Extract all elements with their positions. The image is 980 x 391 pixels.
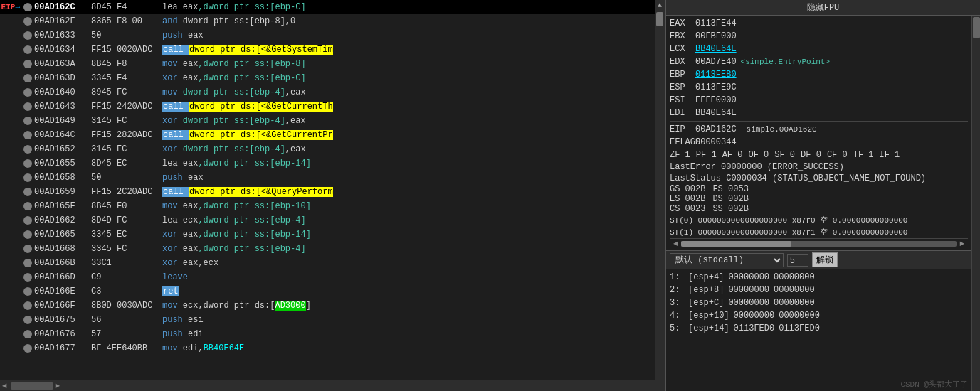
table-row[interactable]: 00AD16653345 ECxor eax,dword ptr ss:[ebp… bbox=[0, 227, 655, 242]
register-row: ECXBB40E64E bbox=[670, 43, 968, 55]
unlock-btn[interactable]: 解锁 bbox=[812, 252, 838, 267]
scroll-thumb-reg[interactable] bbox=[681, 241, 791, 247]
horizontal-scrollbar[interactable]: ◄ ► bbox=[0, 380, 665, 391]
eip-value[interactable]: 00AD162C bbox=[695, 124, 737, 134]
breakpoint-dot[interactable] bbox=[23, 301, 32, 310]
instr-part: eax bbox=[183, 201, 199, 211]
register-name: EDI bbox=[670, 108, 691, 118]
register-name: EBX bbox=[670, 31, 691, 41]
table-row[interactable]: 00AD165F8B45 F0mov eax,dword ptr ss:[ebp… bbox=[0, 199, 655, 213]
table-row[interactable]: 00AD164CFF15 2820ADCcall dword ptr ds:[<… bbox=[0, 128, 655, 142]
breakpoint-dot[interactable] bbox=[23, 88, 32, 97]
register-value[interactable]: 0113FE44 bbox=[695, 18, 737, 28]
breakpoint-dot[interactable] bbox=[23, 316, 32, 324]
disasm-scrollbar[interactable]: ▲ bbox=[655, 0, 665, 380]
breakpoint-dot[interactable] bbox=[23, 230, 32, 239]
table-row[interactable]: 00AD16523145 FCxor dword ptr ss:[ebp-4],… bbox=[0, 142, 655, 156]
instr-part: ,0 bbox=[285, 16, 295, 26]
table-row[interactable]: 00AD1659FF15 2C20ADCcall dword ptr ds:[<… bbox=[0, 185, 655, 199]
breakpoint-dot[interactable] bbox=[23, 159, 32, 168]
table-row[interactable]: 00AD1677BF 4EE640BBmov edi,BB40E64E bbox=[0, 341, 655, 355]
breakpoint-dot[interactable] bbox=[23, 173, 32, 182]
stack-bracket: [esp+10] bbox=[688, 311, 729, 321]
table-row[interactable]: 00AD16408945 FCmov dword ptr ss:[ebp-4],… bbox=[0, 85, 655, 100]
bytes-cell: 3145 FC bbox=[91, 116, 162, 126]
table-row[interactable]: 00AD165850push eax bbox=[0, 171, 655, 185]
stack-bracket: [esp+14] bbox=[688, 323, 729, 333]
eflags-value[interactable]: 00000344 bbox=[695, 137, 737, 147]
breakpoint-dot[interactable] bbox=[23, 102, 32, 111]
breakpoint-dot[interactable] bbox=[23, 245, 32, 253]
table-row[interactable]: 00AD166F8B0D 0030ADCmov ecx,dword ptr ds… bbox=[0, 299, 655, 313]
scrollbar-thumb-h[interactable] bbox=[11, 382, 53, 390]
scroll-left-btn[interactable]: ◄ bbox=[0, 382, 7, 390]
right-scrollbar[interactable] bbox=[971, 16, 980, 391]
scroll-thumb[interactable] bbox=[656, 12, 663, 26]
flag-item: IF 1 bbox=[880, 150, 900, 160]
breakpoint-dot[interactable] bbox=[23, 330, 32, 338]
breakpoint-dot[interactable] bbox=[23, 3, 32, 11]
instr-part: ,dword ptr ss:[ebp-C] bbox=[198, 73, 305, 83]
table-row[interactable]: 00AD167556push esi bbox=[0, 313, 655, 327]
breakpoint-dot[interactable] bbox=[23, 188, 32, 196]
table-row[interactable]: 00AD167657push edi bbox=[0, 327, 655, 341]
register-name: EAX bbox=[670, 18, 691, 28]
breakpoint-dot[interactable] bbox=[23, 45, 32, 54]
breakpoint-dot[interactable] bbox=[23, 216, 32, 225]
table-row[interactable]: 00AD163350push eax bbox=[0, 28, 655, 43]
instr-part: mov bbox=[162, 87, 183, 97]
register-value[interactable]: BB40E64E bbox=[695, 108, 737, 118]
instr-part: ,eax bbox=[285, 87, 306, 97]
table-row[interactable]: 00AD1643FF15 2420ADCcall dword ptr ds:[<… bbox=[0, 100, 655, 114]
scroll-right-btn[interactable]: ► bbox=[53, 382, 60, 390]
register-value[interactable]: BB40E64E bbox=[695, 44, 737, 54]
scroll-track-reg[interactable] bbox=[681, 241, 957, 247]
breakpoint-dot[interactable] bbox=[23, 17, 32, 26]
table-row[interactable]: 00AD166DC9leave bbox=[0, 270, 655, 284]
table-row[interactable]: 00AD1634FF15 0020ADCcall dword ptr ds:[<… bbox=[0, 43, 655, 57]
disasm-panel: EIP →00AD162C8D45 F4lea eax,dword ptr ss… bbox=[0, 0, 665, 391]
breakpoint-dot[interactable] bbox=[23, 202, 32, 210]
breakpoint-dot[interactable] bbox=[23, 273, 32, 282]
table-row[interactable]: EIP →00AD162C8D45 F4lea eax,dword ptr ss… bbox=[0, 0, 655, 14]
stack-index: 3: bbox=[670, 298, 684, 308]
call-stack-mode-select[interactable]: 默认 (stdcall) bbox=[670, 253, 784, 267]
scroll-up-arrow[interactable]: ▲ bbox=[656, 0, 663, 11]
breakpoint-dot[interactable] bbox=[23, 131, 32, 139]
table-row[interactable]: 00AD166B33C1xor eax,ecx bbox=[0, 256, 655, 270]
breakpoint-dot[interactable] bbox=[23, 344, 32, 353]
instr-part: ecx bbox=[183, 301, 199, 311]
breakpoint-dot[interactable] bbox=[23, 117, 32, 125]
table-row[interactable]: 00AD16683345 FCxor eax,dword ptr ss:[ebp… bbox=[0, 242, 655, 256]
scroll-right-reg[interactable]: ► bbox=[959, 240, 964, 248]
breakpoint-dot[interactable] bbox=[23, 74, 32, 82]
hide-fpu-btn[interactable]: 隐藏FPU bbox=[666, 0, 980, 16]
stack-value2: 0113FED0 bbox=[779, 323, 820, 333]
address-cell: 00AD163A bbox=[34, 59, 91, 69]
breakpoint-dot[interactable] bbox=[23, 287, 32, 296]
register-value[interactable]: 00FBF000 bbox=[695, 31, 737, 41]
table-row[interactable]: 00AD162F8365 F8 00and dword ptr ss:[ebp-… bbox=[0, 14, 655, 28]
scroll-left-reg[interactable]: ◄ bbox=[673, 240, 678, 248]
eip-comment: simple.00AD162C bbox=[747, 125, 817, 134]
table-row[interactable]: 00AD16558D45 EClea eax,dword ptr ss:[ebp… bbox=[0, 156, 655, 171]
breakpoint-dot[interactable] bbox=[23, 31, 32, 40]
register-row: EBX00FBF000 bbox=[670, 30, 968, 43]
table-row[interactable]: 00AD16493145 FCxor dword ptr ss:[ebp-4],… bbox=[0, 114, 655, 128]
instr-part: xor bbox=[162, 73, 183, 83]
breakpoint-dot[interactable] bbox=[23, 60, 32, 68]
table-row[interactable]: 00AD163D3345 F4xor eax,dword ptr ss:[ebp… bbox=[0, 71, 655, 85]
table-row[interactable]: 00AD16628D4D FClea ecx,dword ptr ss:[ebp… bbox=[0, 213, 655, 227]
table-row[interactable]: 00AD163A8B45 F8mov eax,dword ptr ss:[ebp… bbox=[0, 57, 655, 71]
register-value[interactable]: FFFF0000 bbox=[695, 95, 737, 105]
call-stack-num-input[interactable] bbox=[787, 254, 808, 267]
table-row[interactable]: 00AD166EC3ret bbox=[0, 284, 655, 299]
instr-part: edi bbox=[183, 343, 199, 353]
breakpoint-dot[interactable] bbox=[23, 145, 32, 154]
breakpoint-dot[interactable] bbox=[23, 259, 32, 267]
register-value[interactable]: 0113FE9C bbox=[695, 82, 737, 92]
stack-value1: 00000000 bbox=[728, 272, 769, 282]
register-value[interactable]: 00AD7E40 bbox=[695, 57, 737, 67]
register-value[interactable]: 0113FEB0 bbox=[695, 70, 737, 80]
right-scroll-thumb[interactable] bbox=[973, 17, 980, 38]
